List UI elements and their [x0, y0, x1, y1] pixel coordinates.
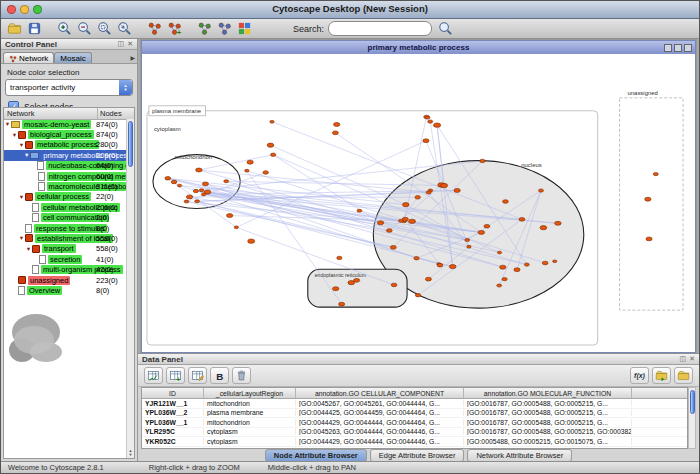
expander-icon[interactable]: ▼	[4, 121, 11, 127]
tree-row[interactable]: ▼mosaic-demo-yeast874(0)	[4, 119, 126, 129]
manage-networks-icon[interactable]	[215, 20, 233, 37]
column-header[interactable]: annotation.GO CELLULAR_COMPONENT	[296, 388, 464, 398]
tree-row[interactable]: ▼metabolic process280(0)	[4, 140, 126, 150]
apply-layout-icon[interactable]	[195, 20, 213, 37]
expander-icon[interactable]: ▼	[25, 246, 32, 252]
network-node[interactable]	[234, 226, 238, 229]
network-node[interactable]	[433, 123, 440, 127]
network-node[interactable]	[542, 261, 548, 265]
tab-network-attribute-browser[interactable]: Network Attribute Browser	[467, 449, 572, 462]
network-node[interactable]	[267, 143, 274, 147]
network-node[interactable]	[263, 171, 269, 175]
network-node[interactable]	[171, 180, 177, 184]
tree-row[interactable]: unassigned223(0)	[4, 275, 126, 285]
expander-icon[interactable]: ▼	[23, 152, 30, 158]
scrollbar-thumb[interactable]	[128, 121, 133, 167]
import-network-icon[interactable]	[145, 20, 163, 37]
network-node[interactable]	[454, 188, 460, 192]
network-node[interactable]	[449, 264, 456, 268]
network-node[interactable]	[270, 120, 274, 123]
network-node[interactable]	[502, 278, 507, 281]
formula-builder-icon[interactable]: f(x)	[630, 367, 649, 384]
network-node[interactable]	[478, 230, 485, 234]
tree-row[interactable]: macromolecule metabol311(0)	[4, 181, 126, 191]
network-node[interactable]	[403, 203, 410, 207]
zoom-selected-icon[interactable]	[95, 20, 113, 37]
float-panel-icon[interactable]: ◫	[680, 355, 687, 363]
network-node[interactable]	[391, 283, 397, 287]
window-titlebar[interactable]: Cytoscape Desktop (New Session)	[1, 1, 699, 19]
zoom-fit-icon[interactable]	[115, 20, 133, 37]
open-session-icon[interactable]	[5, 20, 23, 37]
tree-row[interactable]: ▼biological_process874(0)	[4, 129, 126, 139]
new-network-icon[interactable]: +	[165, 20, 183, 37]
network-node[interactable]	[423, 139, 429, 143]
network-node[interactable]	[226, 214, 232, 218]
network-node[interactable]	[538, 189, 543, 192]
import-attributes-icon[interactable]	[652, 367, 671, 384]
tab-network[interactable]: Network	[3, 52, 54, 63]
network-node[interactable]	[503, 200, 509, 204]
network-node[interactable]	[333, 287, 339, 291]
frame-window-buttons[interactable]	[664, 44, 692, 52]
column-header[interactable]: ID	[142, 388, 204, 398]
network-node[interactable]	[514, 268, 520, 272]
tab-mosaic[interactable]: Mosaic	[54, 52, 91, 63]
save-session-icon[interactable]	[25, 20, 43, 37]
close-panel-icon[interactable]: ✕	[127, 40, 133, 48]
close-panel-icon[interactable]: ✕	[689, 355, 695, 363]
expander-icon[interactable]: ▼	[18, 194, 25, 200]
tree-row[interactable]: response to stimulus8(0)	[4, 223, 126, 233]
network-node[interactable]	[425, 277, 431, 281]
tree-row[interactable]: cellular metabolic proc206(0)	[4, 202, 126, 212]
tree-row[interactable]: ▼transport558(0)	[4, 244, 126, 254]
network-node[interactable]	[653, 173, 658, 176]
edit-attribute-icon[interactable]	[188, 367, 207, 384]
search-input[interactable]	[328, 21, 432, 36]
network-node[interactable]	[193, 189, 198, 192]
expander-icon[interactable]: ▼	[18, 142, 25, 148]
network-node[interactable]	[184, 200, 189, 203]
network-node[interactable]	[524, 263, 529, 266]
network-node[interactable]	[428, 120, 433, 123]
tree-row[interactable]: Overview8(0)	[4, 285, 126, 295]
tree-row[interactable]: ▼establishment of locali558(0)	[4, 233, 126, 243]
network-node[interactable]	[339, 302, 345, 306]
scrollbar-arrows-icon[interactable]: ▲▼	[127, 449, 134, 457]
network-node[interactable]	[186, 195, 192, 199]
network-node[interactable]	[425, 116, 430, 119]
delete-attribute-icon[interactable]	[232, 367, 251, 384]
table-row[interactable]: YPL036W__1mitochondrion[GO:0044429, GO:0…	[142, 418, 687, 428]
tab-scroll-right-icon[interactable]: ▶	[130, 54, 135, 61]
network-node[interactable]	[415, 196, 421, 200]
network-node[interactable]	[497, 251, 501, 254]
float-panel-icon[interactable]: ◫	[118, 40, 125, 48]
network-node[interactable]	[199, 189, 204, 192]
label-attribute-icon[interactable]: B	[210, 367, 229, 384]
network-node[interactable]	[497, 284, 502, 287]
network-node[interactable]	[402, 217, 408, 221]
table-scrollbar[interactable]	[688, 387, 696, 449]
column-header[interactable]: _cellularLayoutRegion	[204, 388, 296, 398]
table-row[interactable]: YPL036W__2plasma membrane[GO:0044425, GO…	[142, 409, 687, 419]
network-node[interactable]	[386, 229, 392, 233]
color-attribute-dropdown[interactable]: transporter activity ▲▼	[5, 79, 133, 96]
tree-row[interactable]: nitrogen compound met60(0)	[4, 171, 126, 181]
network-node[interactable]	[195, 200, 200, 203]
table-row[interactable]: YJR121W__1mitochondrion[GO:0045267, GO:0…	[142, 399, 687, 409]
network-node[interactable]	[426, 191, 431, 194]
network-node[interactable]	[441, 183, 448, 187]
network-node[interactable]	[467, 245, 471, 248]
search-button-icon[interactable]	[436, 20, 454, 37]
column-header[interactable]: annotation.GO MOLECULAR_FUNCTION	[464, 388, 632, 398]
vizmapper-icon[interactable]	[235, 20, 253, 37]
tree-col-network[interactable]: Network	[4, 108, 98, 119]
network-node[interactable]	[484, 224, 490, 228]
network-node[interactable]	[204, 190, 211, 194]
network-node[interactable]	[377, 221, 383, 225]
tree-row[interactable]: ▼primary metabolic process209(0)	[4, 150, 126, 160]
expander-icon[interactable]: ▼	[18, 235, 25, 241]
table-row[interactable]: YKR052Ccytoplasm[GO:0044429, GO:0044444,…	[142, 437, 687, 447]
network-node[interactable]	[553, 260, 557, 263]
network-node[interactable]	[245, 169, 250, 172]
